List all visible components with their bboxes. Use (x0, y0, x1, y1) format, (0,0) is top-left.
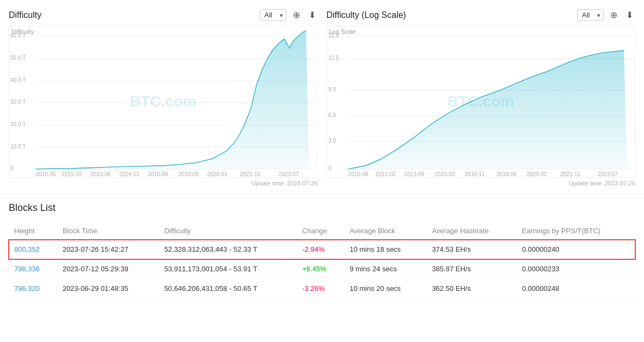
difficulty-log-chart-title: Difficulty (Log Scale) (327, 10, 406, 20)
cell-avg-block: 9 mins 24 secs (344, 259, 426, 279)
charts-section: Difficulty All 1Y 6M 3M ⊕ ⬇ Difficulty B… (0, 0, 644, 194)
cell-difficulty: 52,328,312,063,443 - 52.33 T (159, 240, 297, 259)
col-block-time: Block Time (57, 222, 159, 240)
svg-text:10.0 T: 10.0 T (10, 143, 26, 149)
difficulty-download-button[interactable]: ⬇ (306, 9, 318, 21)
svg-text:2016-11: 2016-11 (464, 171, 484, 177)
svg-text:2018-06: 2018-06 (496, 171, 517, 177)
difficulty-log-chart-area: Log Scale BTC.com 15.0 12.5 9.0 6.0 3.0 … (327, 26, 636, 178)
log-update-time: Update time: 2023-07-26 (327, 180, 636, 186)
svg-text:3.0: 3.0 (328, 138, 336, 144)
svg-text:9.0: 9.0 (328, 86, 336, 92)
svg-text:2016-09: 2016-09 (148, 171, 168, 177)
cell-block-time: 2023-06-29 01:48:35 (57, 279, 159, 299)
cell-avg-block: 10 mins 18 secs (344, 240, 426, 259)
svg-text:2023-07: 2023-07 (597, 171, 617, 177)
cell-avg-hashrate: 374.53 EH/s (426, 240, 516, 259)
difficulty-chart-title: Difficulty (9, 10, 41, 20)
cell-earnings: 0.00000240 (517, 240, 635, 259)
svg-text:2021-11: 2021-11 (560, 171, 580, 177)
blocks-table: Height Block Time Difficulty Change Aver… (9, 222, 635, 299)
difficulty-log-chart-panel: Difficulty (Log Scale) All 1Y 6M 3M ⊕ ⬇ … (327, 9, 636, 186)
cell-block-time: 2023-07-26 15:42:27 (57, 240, 159, 259)
table-row: 798,336 2023-07-12 05:29:39 53,911,173,0… (9, 259, 635, 279)
svg-text:2020-02: 2020-02 (526, 171, 547, 177)
difficulty-chart-area: Difficulty BTC.com 60.0 T 50.0 T 40.0 T … (9, 26, 318, 178)
difficulty-zoom-button[interactable]: ⊕ (291, 9, 302, 21)
difficulty-filter-select[interactable]: All 1Y 6M 3M (260, 9, 286, 21)
col-height: Height (9, 222, 57, 240)
cell-earnings: 0.00000248 (517, 279, 635, 299)
cell-height: 796,320 (9, 279, 57, 299)
svg-text:40.0 T: 40.0 T (10, 77, 26, 83)
svg-text:2015-03: 2015-03 (434, 171, 455, 177)
svg-text:2023-07: 2023-07 (279, 171, 299, 177)
svg-text:50.0 T: 50.0 T (10, 55, 26, 61)
svg-text:2020-01: 2020-01 (207, 171, 228, 177)
log-filter-select[interactable]: All 1Y 6M 3M (577, 9, 604, 21)
cell-change: -2.94% (297, 240, 344, 259)
blocks-table-header-row: Height Block Time Difficulty Change Aver… (9, 222, 635, 240)
svg-text:0: 0 (328, 165, 332, 171)
col-avg-block: Average Block (344, 222, 426, 240)
log-filter-wrapper[interactable]: All 1Y 6M 3M (577, 9, 604, 21)
svg-text:2011-10: 2011-10 (62, 171, 82, 177)
svg-text:2018-05: 2018-05 (179, 171, 199, 177)
table-row: 796,320 2023-06-29 01:48:35 50,646,206,4… (9, 279, 635, 299)
blocks-table-body: 800,352 2023-07-26 15:42:27 52,328,312,0… (9, 240, 635, 299)
cell-height: 800,352 (9, 240, 57, 259)
col-difficulty: Difficulty (159, 222, 297, 240)
svg-text:0: 0 (10, 165, 14, 171)
svg-text:2012-02: 2012-02 (375, 171, 395, 177)
svg-text:2010-08: 2010-08 (348, 171, 368, 177)
svg-text:2021-10: 2021-10 (240, 171, 260, 177)
difficulty-chart-header: Difficulty All 1Y 6M 3M ⊕ ⬇ (9, 9, 318, 21)
cell-avg-block: 10 mins 20 secs (344, 279, 426, 299)
cell-difficulty: 53,911,173,001,054 - 53.91 T (159, 259, 297, 279)
cell-avg-hashrate: 362.50 EH/s (426, 279, 516, 299)
log-download-button[interactable]: ⬇ (624, 9, 635, 21)
height-link[interactable]: 796,320 (14, 284, 40, 293)
cell-change: +6.45% (297, 259, 344, 279)
difficulty-y-label: Difficulty (11, 28, 34, 35)
cell-change: -3.26% (297, 279, 344, 299)
svg-text:2014-12: 2014-12 (119, 171, 139, 177)
blocks-table-head: Height Block Time Difficulty Change Aver… (9, 222, 635, 240)
cell-avg-hashrate: 385.87 EH/s (426, 259, 516, 279)
difficulty-chart-controls: All 1Y 6M 3M ⊕ ⬇ (260, 9, 318, 21)
height-link[interactable]: 798,336 (14, 265, 40, 273)
log-zoom-button[interactable]: ⊕ (608, 9, 620, 21)
difficulty-log-chart-controls: All 1Y 6M 3M ⊕ ⬇ (577, 9, 635, 21)
blocks-section: Blocks List Height Block Time Difficulty… (0, 194, 644, 307)
difficulty-log-chart-header: Difficulty (Log Scale) All 1Y 6M 3M ⊕ ⬇ (327, 9, 636, 21)
blocks-list-title: Blocks List (9, 202, 635, 214)
cell-height: 798,336 (9, 259, 57, 279)
cell-difficulty: 50,646,206,431,058 - 50.65 T (159, 279, 297, 299)
svg-text:12.5: 12.5 (328, 55, 339, 61)
cell-earnings: 0.00000233 (517, 259, 635, 279)
height-link[interactable]: 800,352 (14, 245, 40, 253)
col-avg-hashrate: Average Hashrate (426, 222, 516, 240)
difficulty-update-time: Update time: 2023-07-26 (9, 180, 318, 186)
col-earnings: Earnings by PPS/T(BTC) (517, 222, 635, 240)
table-row: 800,352 2023-07-26 15:42:27 52,328,312,0… (9, 240, 635, 259)
difficulty-filter-wrapper[interactable]: All 1Y 6M 3M (260, 9, 286, 21)
svg-text:2013-06: 2013-06 (90, 171, 111, 177)
svg-text:2010-05: 2010-05 (35, 171, 56, 177)
log-chart-svg: 15.0 12.5 9.0 6.0 3.0 0 (327, 26, 635, 177)
cell-block-time: 2023-07-12 05:29:39 (57, 259, 159, 279)
svg-text:2013-09: 2013-09 (404, 171, 424, 177)
svg-text:30.0 T: 30.0 T (10, 99, 26, 105)
difficulty-chart-svg: 60.0 T 50.0 T 40.0 T 30.0 T 20.0 T 10.0 … (9, 26, 317, 177)
svg-text:6.0: 6.0 (328, 112, 336, 118)
log-y-label: Log Scale (329, 28, 356, 35)
svg-text:20.0 T: 20.0 T (10, 121, 26, 127)
difficulty-chart-panel: Difficulty All 1Y 6M 3M ⊕ ⬇ Difficulty B… (9, 9, 318, 186)
col-change: Change (297, 222, 344, 240)
